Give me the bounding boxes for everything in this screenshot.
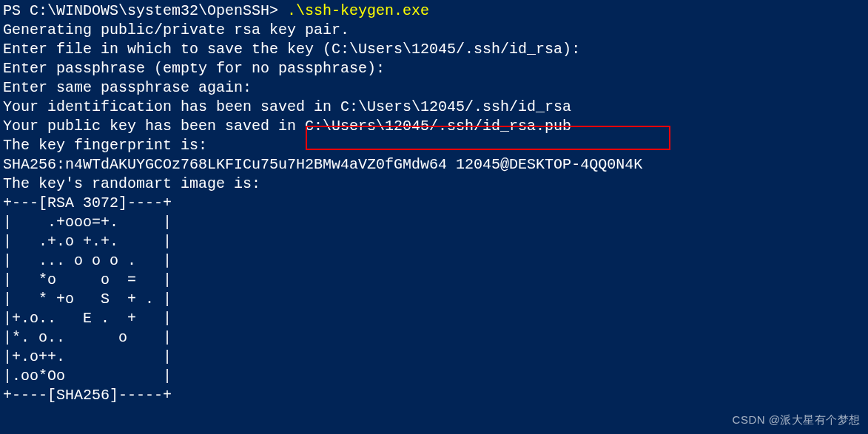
randomart-line: | * +o S + . | bbox=[3, 291, 172, 308]
output-line: The key's randomart image is: bbox=[3, 175, 260, 192]
output-line: Enter file in which to save the key (C:\… bbox=[3, 41, 580, 58]
output-line-highlighted: n C:\Users\12045/.ssh/id_rsa.pub bbox=[287, 118, 571, 135]
randomart-line: | *o o = | bbox=[3, 271, 172, 288]
prompt-prefix: PS bbox=[3, 2, 30, 19]
randomart-line: +---[RSA 3072]----+ bbox=[3, 194, 172, 211]
output-line: Enter same passphrase again: bbox=[3, 79, 252, 96]
randomart-line: | .+.o +.+. | bbox=[3, 233, 172, 250]
randomart-line: |*. o.. o | bbox=[3, 329, 172, 346]
output-line: The key fingerprint is: bbox=[3, 137, 207, 154]
randomart-line: |.oo*Oo | bbox=[3, 367, 172, 384]
output-line: Your identification has been saved in C:… bbox=[3, 98, 571, 115]
randomart-line: | ... o o o . | bbox=[3, 252, 172, 269]
prompt-path: C:\WINDOWS\system32\OpenSSH bbox=[30, 2, 269, 19]
watermark-text: CSDN @派大星有个梦想 bbox=[733, 410, 861, 430]
output-line: Generating public/private rsa key pair. bbox=[3, 21, 349, 38]
prompt-symbol: > bbox=[269, 2, 287, 19]
randomart-line: |+.o.. E . + | bbox=[3, 310, 172, 327]
output-line: SHA256:n4WTdAKUYGCOz768LKFICu75u7H2BMw4a… bbox=[3, 156, 642, 173]
output-line: Your public key has been saved i bbox=[3, 118, 287, 135]
randomart-line: |+.o++. | bbox=[3, 348, 172, 365]
randomart-line: +----[SHA256]-----+ bbox=[3, 387, 172, 404]
powershell-terminal[interactable]: PS C:\WINDOWS\system32\OpenSSH> .\ssh-ke… bbox=[0, 0, 868, 407]
command-text: .\ssh-keygen.exe bbox=[287, 2, 429, 19]
randomart-line: | .+ooo=+. | bbox=[3, 214, 172, 231]
output-line: Enter passphrase (empty for no passphras… bbox=[3, 60, 385, 77]
